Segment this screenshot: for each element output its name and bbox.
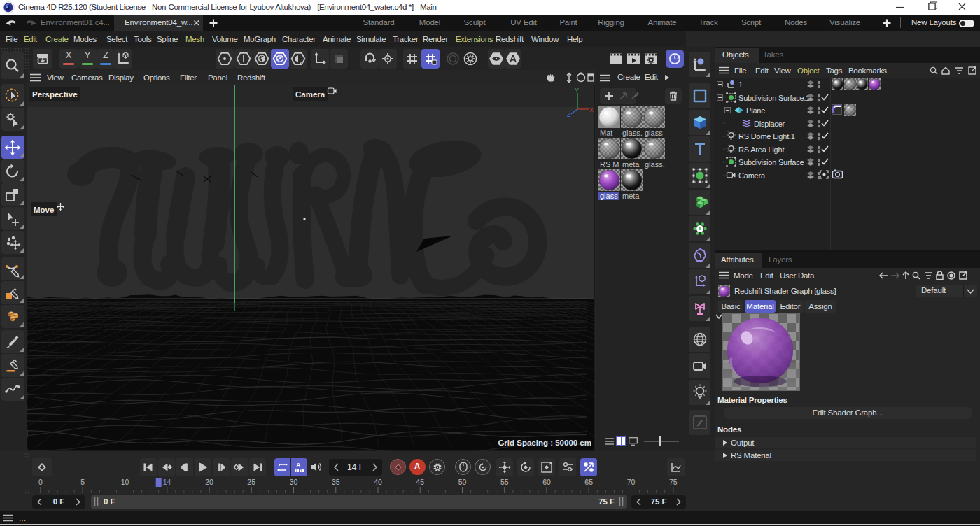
svg-text:55: 55 <box>500 478 509 486</box>
svg-text:50: 50 <box>458 478 467 486</box>
svg-text:20: 20 <box>205 478 214 486</box>
svg-text:5: 5 <box>80 478 85 486</box>
svg-text:Y: Y <box>575 87 579 94</box>
svg-text:10: 10 <box>121 478 130 486</box>
svg-text:40: 40 <box>374 478 382 486</box>
svg-text:A: A <box>296 462 301 469</box>
svg-text:35: 35 <box>332 478 340 486</box>
svg-text:45: 45 <box>416 478 424 486</box>
svg-text:14: 14 <box>163 478 172 486</box>
svg-text:30: 30 <box>290 478 298 486</box>
svg-text:25: 25 <box>247 478 255 486</box>
svg-text:70: 70 <box>627 478 636 486</box>
svg-text:X: X <box>589 106 594 113</box>
svg-text:75: 75 <box>669 478 678 486</box>
svg-text:60: 60 <box>542 478 551 486</box>
svg-text:Z: Z <box>567 111 571 118</box>
svg-text:65: 65 <box>584 478 593 486</box>
svg-text:0: 0 <box>38 478 43 486</box>
